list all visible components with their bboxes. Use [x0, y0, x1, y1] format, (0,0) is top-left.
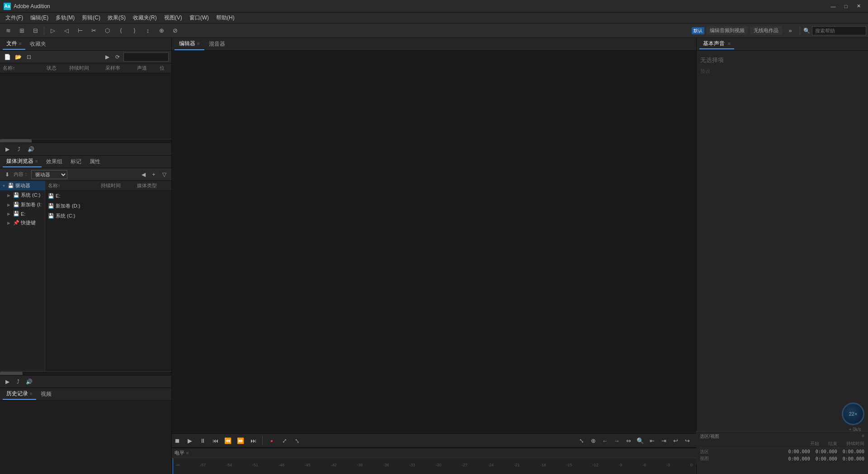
zoom-next[interactable]: ⇥ [658, 435, 669, 446]
tab-editor[interactable]: 编辑器 ≡ [175, 38, 204, 50]
zoom-right[interactable]: → [611, 435, 622, 446]
files-footer-play[interactable]: ▶ [3, 145, 12, 154]
toolbar-tool3[interactable]: ⊢ [74, 25, 86, 36]
ml-item-d-icon: 💾 新加卷 (D:) [48, 203, 169, 209]
toolbar-tool2[interactable]: ◁ [60, 25, 73, 36]
menu-effects[interactable]: 效果(S) [104, 13, 129, 23]
center-panel: 编辑器 ≡ 混音器 ⏹ ▶ ⏸ ⏮ ⏪ ⏩ ⏭ ● ⤢ ⤣ ⤡ ⊕ [172, 38, 696, 474]
right-panel-tab-bar: 基本声音 ≡ [697, 38, 868, 51]
toolbar-multitrack2-btn[interactable]: ⊟ [29, 25, 42, 36]
volume-knob[interactable]: 22× [842, 403, 864, 425]
icon-e: 💾 [13, 211, 19, 217]
menu-favorites[interactable]: 收藏夹(R) [129, 13, 160, 23]
transport-pause[interactable]: ⏸ [197, 435, 208, 446]
zoom-in[interactable]: 🔍 [635, 435, 646, 446]
files-footer-volume[interactable]: 🔊 [26, 145, 35, 154]
files-toolbar: 📄 📂 ⊡ ▶ ⟳ [0, 51, 171, 63]
rp-tab-icon: ≡ [728, 41, 731, 46]
main-area: 文件 ≡ 收藏夹 📄 📂 ⊡ ▶ ⟳ 名称↑ 状态 [0, 38, 868, 474]
toolbar-tool5[interactable]: ⬡ [101, 25, 113, 36]
toolbar-view-radio[interactable]: 无线电作品 [750, 26, 782, 35]
transport-rewind[interactable]: ⏪ [222, 435, 233, 446]
menu-window[interactable]: 窗口(W) [186, 13, 212, 23]
toolbar-view-video[interactable]: 编辑音频到视频 [706, 26, 748, 35]
tab-markers[interactable]: 标记 [67, 156, 85, 167]
zoom-out-full[interactable]: ⤡ [576, 435, 587, 446]
tab-mixer[interactable]: 混音器 [204, 38, 230, 50]
content-select[interactable]: 驱动器 [31, 170, 67, 179]
menu-multitrack[interactable]: 多轨(M) [52, 13, 78, 23]
transport-record[interactable]: ● [266, 435, 277, 446]
toolbar-view-default[interactable]: 默认 [692, 27, 704, 34]
transport-skip[interactable]: ⤣ [292, 435, 302, 446]
tab-files[interactable]: 文件 ≡ [3, 39, 25, 50]
toolbar-multitrack-btn[interactable]: ⊞ [15, 25, 28, 36]
files-footer-export[interactable]: ⤴ [14, 145, 24, 154]
tree-item-drives[interactable]: ▼ 💾 驱动器 [0, 181, 45, 190]
stats-view-start: 0:00.000 [788, 456, 810, 461]
media-add-btn[interactable]: + [149, 170, 158, 179]
toolbar-tool9[interactable]: ⊕ [155, 25, 168, 36]
search-input[interactable] [812, 26, 866, 35]
toolbar-tool7[interactable]: ⟩ [128, 25, 141, 36]
tab-history[interactable]: 历史记录 ≡ [3, 389, 36, 400]
menu-clip[interactable]: 剪辑(C) [78, 13, 104, 23]
tab-favorites[interactable]: 收藏夹 [26, 39, 50, 50]
maximize-button[interactable]: □ [840, 2, 852, 10]
tab-media-browser[interactable]: 媒体浏览器 ≡ [3, 156, 42, 167]
toolbar-tool6[interactable]: ⟨ [114, 25, 127, 36]
media-footer-export[interactable]: ⤴ [14, 377, 23, 386]
tab-video[interactable]: 视频 [37, 389, 55, 400]
tree-item-i[interactable]: ▶ 💾 新加卷 (I: [0, 200, 45, 209]
files-close-btn[interactable]: ⊡ [24, 52, 33, 62]
transport-next[interactable]: ⏭ [248, 435, 259, 446]
zoom-undo[interactable]: ↩ [670, 435, 681, 446]
zoom-prev[interactable]: ⇤ [646, 435, 657, 446]
tab-properties[interactable]: 属性 [86, 156, 104, 167]
media-footer-volume[interactable]: 🔊 [24, 377, 33, 386]
menu-view[interactable]: 视图(V) [160, 13, 186, 23]
media-download-btn[interactable]: ⬇ [3, 170, 12, 179]
files-play-btn[interactable]: ▶ [103, 52, 112, 62]
media-prev-btn[interactable]: ◀ [139, 170, 148, 179]
stats-view-end: 0:00.000 [816, 456, 837, 461]
files-new-btn[interactable]: 📄 [3, 52, 12, 62]
minimize-button[interactable]: — [827, 2, 839, 10]
close-button[interactable]: ✕ [853, 2, 864, 10]
menu-file[interactable]: 文件(F) [2, 13, 27, 23]
files-search-input[interactable] [123, 52, 169, 62]
zoom-in-sel[interactable]: ⊕ [588, 435, 599, 446]
media-panel-body: ▼ 💾 驱动器 ▶ 💾 系统 (C:) ▶ 💾 新加卷 (I: [0, 181, 171, 371]
tree-item-shortcuts[interactable]: ▶ 📌 快捷键 [0, 218, 45, 228]
media-list-item-d[interactable]: 💾 新加卷 (D:) [45, 201, 171, 211]
files-open-btn[interactable]: 📂 [14, 52, 23, 62]
toolbar-tool4[interactable]: ✂ [87, 25, 100, 36]
toolbar-tool1[interactable]: ▷ [47, 25, 59, 36]
toolbar-waveform-btn[interactable]: ≋ [2, 25, 14, 36]
media-filter-btn[interactable]: ▽ [160, 170, 169, 179]
transport-stop[interactable]: ⏹ [172, 435, 183, 446]
media-list-item-c[interactable]: 💾 系统 (C:) [45, 211, 171, 221]
tree-label-i: 新加卷 (I: [21, 201, 42, 208]
zoom-left[interactable]: ← [599, 435, 610, 446]
tree-item-c[interactable]: ▶ 💾 系统 (C:) [0, 190, 45, 200]
files-loop-btn[interactable]: ⟳ [113, 52, 122, 62]
media-footer-play[interactable]: ▶ [3, 377, 12, 386]
tab-effects-rack[interactable]: 效果组 [42, 156, 66, 167]
col-name-header: 名称↑ [3, 65, 47, 71]
menu-help[interactable]: 帮助(H) [212, 13, 238, 23]
toolbar-tool8[interactable]: ↕ [142, 25, 154, 36]
toolbar-expand-views[interactable]: » [784, 25, 797, 36]
ruler-0: 0 [690, 463, 693, 467]
media-list-item-e[interactable]: 💾 E: [45, 191, 171, 201]
transport-loop[interactable]: ⤢ [279, 435, 290, 446]
tab-essential-sound[interactable]: 基本声音 ≡ [699, 39, 734, 49]
zoom-redo[interactable]: ↪ [682, 435, 693, 446]
tree-item-e[interactable]: ▶ 💾 E: [0, 209, 45, 218]
toolbar-tool10[interactable]: ⊘ [169, 25, 181, 36]
transport-prev[interactable]: ⏮ [210, 435, 221, 446]
transport-forward[interactable]: ⏩ [235, 435, 246, 446]
menu-edit[interactable]: 编辑(E) [27, 13, 52, 23]
transport-play[interactable]: ▶ [184, 435, 195, 446]
zoom-fit[interactable]: ⇔ [623, 435, 634, 446]
